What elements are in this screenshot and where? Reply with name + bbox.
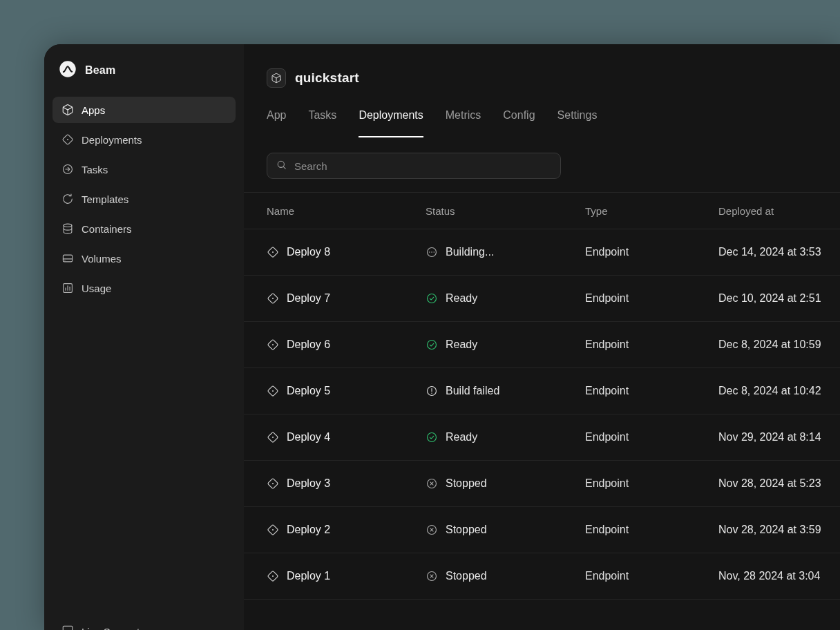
sidebar-item-usage[interactable]: Usage <box>52 275 236 301</box>
sidebar-item-live-support[interactable]: Live Support <box>61 624 140 630</box>
deployment-icon <box>267 292 279 305</box>
status-badge: Stopped <box>426 524 585 536</box>
status-stopped-icon <box>426 524 438 536</box>
column-header-status: Status <box>426 193 585 229</box>
deployment-name: Deploy 6 <box>244 338 426 351</box>
package-icon <box>271 73 282 84</box>
deployment-name: Deploy 4 <box>244 431 426 443</box>
deployed-at: Dec 10, 2024 at 2:51 <box>718 292 840 305</box>
search-icon-slot <box>276 159 287 173</box>
sidebar-nav: AppsDeploymentsTasksTemplatesContainersV… <box>52 97 236 301</box>
deployment-type: Endpoint <box>585 570 718 582</box>
table-row[interactable]: Deploy 7ReadyEndpointDec 10, 2024 at 2:5… <box>244 276 840 322</box>
status-badge: Building... <box>426 246 585 258</box>
table-row[interactable]: Deploy 4ReadyEndpointNov 29, 2024 at 8:1… <box>244 414 840 461</box>
tab-config[interactable]: Config <box>503 108 535 137</box>
tab-bar: AppTasksDeploymentsMetricsConfigSettings <box>267 108 840 137</box>
templates-icon <box>61 193 74 205</box>
deployment-type: Endpoint <box>585 292 718 305</box>
status-failed-icon <box>426 385 438 397</box>
sidebar-item-templates[interactable]: Templates <box>52 186 236 212</box>
table-row[interactable]: Deploy 1StoppedEndpointNov, 28 2024 at 3… <box>244 553 840 600</box>
deployment-icon <box>267 338 279 351</box>
tab-metrics[interactable]: Metrics <box>446 108 481 137</box>
tab-app[interactable]: App <box>267 108 286 137</box>
usage-icon <box>61 282 74 294</box>
sidebar-item-deployments[interactable]: Deployments <box>52 126 236 153</box>
tab-deployments[interactable]: Deployments <box>359 108 423 137</box>
status-ready-icon <box>426 292 438 305</box>
sidebar-item-label: Apps <box>82 104 105 116</box>
main-content: quickstart AppTasksDeploymentsMetricsCon… <box>244 44 840 630</box>
search-section <box>267 153 840 179</box>
deployment-name: Deploy 2 <box>244 524 426 536</box>
deployed-at: Nov, 28 2024 at 3:04 <box>718 570 840 582</box>
status-badge: Ready <box>426 292 585 305</box>
chat-icon <box>61 624 74 630</box>
sidebar-item-containers[interactable]: Containers <box>52 216 236 242</box>
deployment-name: Deploy 8 <box>244 246 426 258</box>
sidebar-item-tasks[interactable]: Tasks <box>52 156 236 182</box>
brand[interactable]: Beam <box>52 61 236 79</box>
status-ready-icon <box>426 431 438 443</box>
deployment-icon <box>267 385 279 397</box>
beam-logo-slot <box>59 60 77 81</box>
table-row[interactable]: Deploy 6ReadyEndpointDec 8, 2024 at 10:5… <box>244 322 840 368</box>
deployed-at: Nov 29, 2024 at 8:14 <box>718 431 840 443</box>
table-row[interactable]: Deploy 8Building...EndpointDec 14, 2024 … <box>244 229 840 276</box>
deployment-icon <box>267 570 279 582</box>
deployment-name: Deploy 1 <box>244 570 426 582</box>
deployments-table: NameStatusTypeDeployed at Deploy 8Buildi… <box>244 192 840 600</box>
app-icon-box <box>267 68 286 88</box>
status-badge: Stopped <box>426 570 585 582</box>
deployment-icon <box>267 524 279 536</box>
status-badge: Stopped <box>426 477 585 490</box>
status-badge: Ready <box>426 431 585 443</box>
sidebar-item-label: Deployments <box>82 134 142 146</box>
sidebar-item-volumes[interactable]: Volumes <box>52 245 236 271</box>
deployed-at: Dec 8, 2024 at 10:42 <box>718 385 840 397</box>
column-header-deployed-at: Deployed at <box>718 193 840 229</box>
deployment-name: Deploy 5 <box>244 385 426 397</box>
status-stopped-icon <box>426 570 438 582</box>
table-row[interactable]: Deploy 2StoppedEndpointNov 28, 2024 at 3… <box>244 507 840 553</box>
sidebar-item-label: Templates <box>82 193 128 205</box>
chat-icon-slot <box>61 624 74 630</box>
deployed-at: Dec 14, 2024 at 3:53 <box>718 246 840 258</box>
deployment-name: Deploy 7 <box>244 292 426 305</box>
sidebar-item-label: Volumes <box>82 253 122 265</box>
tab-settings[interactable]: Settings <box>557 108 598 137</box>
search-box[interactable] <box>267 153 561 179</box>
brand-name: Beam <box>85 64 115 77</box>
sidebar-item-label: Tasks <box>82 164 108 175</box>
search-input[interactable] <box>294 160 552 172</box>
table-row[interactable]: Deploy 3StoppedEndpointNov 28, 2024 at 5… <box>244 461 840 507</box>
deployment-icon <box>267 246 279 258</box>
deployment-name: Deploy 3 <box>244 477 426 490</box>
sidebar: Beam AppsDeploymentsTasksTemplatesContai… <box>44 44 244 630</box>
app-window: Beam AppsDeploymentsTasksTemplatesContai… <box>44 44 840 630</box>
status-badge: Build failed <box>426 385 585 397</box>
search-icon <box>276 159 287 171</box>
sidebar-footer-label: Live Support <box>82 626 140 630</box>
deployment-type: Endpoint <box>585 431 718 443</box>
beam-logo-icon <box>59 60 77 78</box>
app-header: quickstart <box>244 44 840 88</box>
status-badge: Ready <box>426 338 585 351</box>
deployment-type: Endpoint <box>585 524 718 536</box>
deployed-at: Nov 28, 2024 at 5:23 <box>718 477 840 490</box>
status-building-icon <box>426 246 438 258</box>
table-header-row: NameStatusTypeDeployed at <box>244 193 840 229</box>
deployed-at: Dec 8, 2024 at 10:59 <box>718 338 840 351</box>
status-ready-icon <box>426 338 438 351</box>
tab-tasks[interactable]: Tasks <box>308 108 336 137</box>
deployment-type: Endpoint <box>585 246 718 258</box>
deployment-type: Endpoint <box>585 477 718 490</box>
column-header-type: Type <box>585 193 718 229</box>
table-row[interactable]: Deploy 5Build failedEndpointDec 8, 2024 … <box>244 368 840 414</box>
page-title: quickstart <box>295 70 359 86</box>
sidebar-item-apps[interactable]: Apps <box>52 97 236 123</box>
column-header-name: Name <box>244 193 426 229</box>
deployment-icon <box>267 477 279 490</box>
sidebar-item-label: Containers <box>82 223 132 235</box>
